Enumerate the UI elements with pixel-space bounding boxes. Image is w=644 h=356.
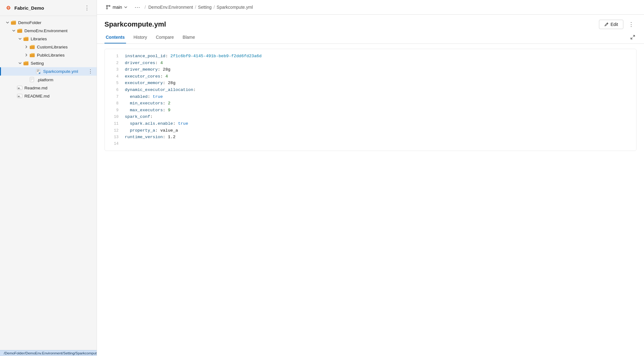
line-content: executor_cores: 4 — [125, 73, 168, 80]
line-number: 7 — [110, 94, 119, 100]
file-header-more-button[interactable]: ⋮ — [626, 20, 636, 28]
tree-item-customlibs[interactable]: CustomLibraries — [0, 43, 97, 51]
line-number: 2 — [110, 60, 119, 66]
chevron-right-icon — [24, 53, 29, 58]
svg-rect-18 — [31, 79, 33, 79]
chevron-down-icon — [5, 20, 10, 25]
code-line: 10spark_conf: — [105, 113, 636, 120]
line-number: 1 — [110, 53, 119, 59]
folder-icon — [29, 52, 35, 58]
line-content: driver_cores: 4 — [125, 60, 163, 67]
spacer — [24, 77, 29, 82]
tree-item-label: PublicLibraries — [37, 53, 94, 58]
tree-item-label: Sparkcompute.yml — [43, 69, 87, 74]
folder-icon — [29, 44, 35, 50]
file-icon — [29, 77, 35, 83]
svg-point-25 — [106, 8, 108, 9]
edit-button[interactable]: Edit — [599, 20, 623, 29]
line-content: enabled: true — [125, 93, 163, 100]
expand-button[interactable] — [629, 33, 636, 42]
topbar-more-button[interactable]: ⋯ — [133, 3, 142, 11]
tree-item-demofolder[interactable]: DemoFolder — [0, 18, 97, 27]
tree-item-readme-cap[interactable]: M↓ README.md — [0, 92, 97, 100]
tree-item-label: DemoFolder — [18, 20, 94, 25]
tab-compare[interactable]: Compare — [155, 32, 175, 43]
breadcrumb-current-file: Sparkcompute.yml — [217, 5, 253, 10]
tree-item-label: .platform — [37, 78, 94, 82]
tree-item-demoenv[interactable]: DemoEnv.Environment — [0, 27, 97, 35]
line-content: driver_memory: 28g — [125, 66, 170, 73]
chevron-down-icon — [11, 28, 16, 33]
line-number: 10 — [110, 114, 119, 120]
file-header: Sparkcompute.yml Edit ⋮ — [97, 15, 644, 29]
file-title: Sparkcompute.yml — [104, 20, 599, 28]
sidebar-header: Fabric_Demo ⋮ — [0, 0, 97, 16]
tree-item-label: DemoEnv.Environment — [24, 28, 94, 33]
line-number: 14 — [110, 141, 119, 147]
spacer — [30, 69, 35, 74]
line-content: executor_memory: 28g — [125, 80, 175, 87]
spacer — [11, 93, 16, 98]
svg-text:YML: YML — [39, 73, 41, 74]
line-number: 3 — [110, 67, 119, 73]
tab-history[interactable]: History — [132, 32, 149, 43]
code-line: 6dynamic_executor_allocation: — [105, 87, 636, 93]
main-content: main ⋯ / DemoEnv.Environment / Setting /… — [97, 0, 644, 356]
sidebar: Fabric_Demo ⋮ DemoFolder — [0, 0, 97, 356]
markdown-file-icon: M↓ — [17, 85, 23, 91]
line-number: 11 — [110, 121, 119, 127]
code-line: 2driver_cores: 4 — [105, 60, 636, 67]
svg-rect-13 — [37, 72, 38, 72]
line-content: spark_conf: — [125, 113, 153, 120]
chevron-right-icon — [24, 44, 29, 49]
code-line: 5executor_memory: 28g — [105, 80, 636, 87]
branch-selector[interactable]: main — [103, 3, 130, 11]
breadcrumb-separator: / — [214, 5, 215, 10]
code-line: 12 property_a: value_a — [105, 127, 636, 134]
tabs-bar: Contents History Compare Blame — [97, 32, 644, 44]
breadcrumb-demoenv[interactable]: DemoEnv.Environment — [148, 5, 193, 10]
svg-rect-17 — [31, 78, 33, 78]
folder-icon — [17, 28, 23, 33]
line-content: runtime_version: 1.2 — [125, 134, 175, 141]
line-number: 13 — [110, 134, 119, 140]
tree-item-publiclibs[interactable]: PublicLibraries — [0, 51, 97, 59]
breadcrumb: DemoEnv.Environment / Setting / Sparkcom… — [148, 5, 253, 10]
tree-item-sparkcompute[interactable]: YML Sparkcompute.yml ⋮ — [0, 67, 97, 76]
chevron-down-icon — [18, 61, 23, 66]
folder-icon — [23, 36, 29, 42]
tree-item-label: README.md — [24, 94, 94, 98]
code-viewer: 1instance_pool_id: 2f1c6bf9-4145-491b-be… — [97, 44, 644, 356]
line-content: spark.acls.enable: true — [125, 120, 188, 127]
tree-item-readme-md[interactable]: M↓ Readme.md — [0, 84, 97, 92]
tree-item-platform[interactable]: .platform — [0, 76, 97, 84]
tree-item-more-button[interactable]: ⋮ — [87, 68, 94, 74]
code-line: 13runtime_version: 1.2 — [105, 134, 636, 141]
tab-contents[interactable]: Contents — [104, 32, 126, 43]
breadcrumb-separator: / — [145, 5, 146, 10]
file-tree: DemoFolder DemoEnv.Environment — [0, 16, 97, 350]
app-title: Fabric_Demo — [14, 5, 44, 11]
status-bar-text: /DemoFolder/DemoEnv.Environment/Setting/… — [4, 351, 97, 355]
code-line: 4executor_cores: 4 — [105, 73, 636, 80]
code-line: 3driver_memory: 28g — [105, 66, 636, 73]
status-bar: /DemoFolder/DemoEnv.Environment/Setting/… — [0, 350, 97, 356]
line-content: instance_pool_id: 2f1c6bf9-4145-491b-beb… — [125, 53, 261, 60]
svg-text:M↓: M↓ — [18, 95, 21, 98]
code-line: 1instance_pool_id: 2f1c6bf9-4145-491b-be… — [105, 53, 636, 60]
edit-icon — [604, 22, 609, 27]
line-number: 5 — [110, 80, 119, 86]
tree-item-setting[interactable]: Setting — [0, 59, 97, 67]
folder-icon — [23, 60, 29, 66]
tab-blame[interactable]: Blame — [181, 32, 196, 43]
code-line: 8 min_executors: 2 — [105, 100, 636, 107]
line-content: property_a: value_a — [125, 127, 178, 134]
chevron-down-icon — [18, 36, 23, 41]
tree-item-label: Libraries — [31, 37, 94, 41]
edit-button-label: Edit — [611, 22, 618, 27]
yml-file-icon: YML — [36, 69, 41, 74]
sidebar-more-button[interactable]: ⋮ — [82, 4, 92, 12]
breadcrumb-setting[interactable]: Setting — [198, 5, 212, 10]
tree-item-libraries[interactable]: Libraries — [0, 35, 97, 43]
sidebar-title: Fabric_Demo — [5, 4, 44, 11]
